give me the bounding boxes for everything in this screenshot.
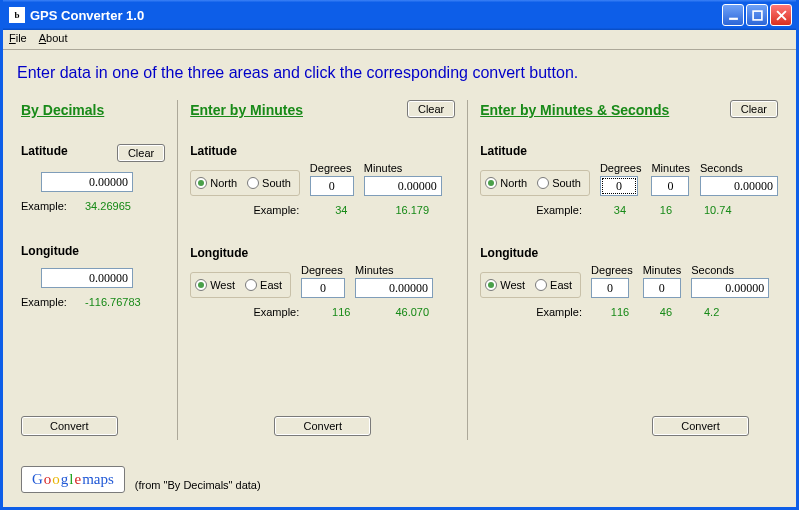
minutes-lat-north-radio[interactable]: North xyxy=(195,177,237,189)
seconds-head: Seconds xyxy=(691,264,734,276)
minutes-lat-min-input[interactable] xyxy=(364,176,442,196)
minutes-lat-ex-deg: 34 xyxy=(319,204,363,216)
minutes-lon-west-radio[interactable]: West xyxy=(195,279,235,291)
example-label: Example: xyxy=(536,204,582,216)
minutes-head: Minutes xyxy=(355,264,394,276)
window-title: GPS Converter 1.0 xyxy=(30,8,144,23)
title-bar: b GPS Converter 1.0 xyxy=(3,0,796,30)
decimals-lon-example: -116.76783 xyxy=(85,296,141,308)
svg-rect-0 xyxy=(729,17,738,19)
minutes-lon-min-input[interactable] xyxy=(355,278,433,298)
minsec-title: Enter by Minutes & Seconds xyxy=(480,100,669,118)
minutes-lon-ex-min: 46.070 xyxy=(371,306,453,318)
decimals-lat-input[interactable] xyxy=(41,172,133,192)
minutes-lon-deg-input[interactable] xyxy=(301,278,345,298)
google-maps-button[interactable]: G o o g l e maps xyxy=(21,466,125,493)
minutes-head: Minutes xyxy=(364,162,403,174)
section-decimals: By Decimals Latitude Clear Example: 34.2… xyxy=(13,100,173,440)
maximize-icon xyxy=(752,10,763,21)
menu-bar: File About xyxy=(3,30,796,50)
minsec-lat-min-input[interactable] xyxy=(651,176,689,196)
example-label: Example: xyxy=(21,296,73,308)
menu-about[interactable]: About xyxy=(39,32,68,49)
svg-rect-1 xyxy=(753,11,762,20)
minsec-lon-deg-input[interactable] xyxy=(591,278,629,298)
example-label: Example: xyxy=(21,200,73,212)
decimals-lat-example: 34.26965 xyxy=(85,200,131,212)
close-button[interactable] xyxy=(770,4,792,26)
minsec-lon-radio-group: West East xyxy=(480,272,581,298)
minsec-lat-south-radio[interactable]: South xyxy=(537,177,581,189)
content-area: Enter data in one of the three areas and… xyxy=(3,50,796,450)
divider xyxy=(177,100,178,440)
minutes-lon-label: Longitude xyxy=(190,246,455,260)
minsec-lon-ex-sec: 4.2 xyxy=(704,306,776,318)
decimals-title: By Decimals xyxy=(21,100,104,118)
footer-note: (from "By Decimals" data) xyxy=(135,479,261,493)
minutes-clear-button[interactable]: Clear xyxy=(407,100,455,118)
minutes-title: Enter by Minutes xyxy=(190,100,303,118)
app-icon: b xyxy=(9,7,25,23)
seconds-head: Seconds xyxy=(700,162,743,174)
minsec-lon-east-radio[interactable]: East xyxy=(535,279,572,291)
minsec-lon-label: Longitude xyxy=(480,246,778,260)
minsec-convert-button[interactable]: Convert xyxy=(652,416,749,436)
minsec-lon-ex-deg: 116 xyxy=(600,306,640,318)
app-window: b GPS Converter 1.0 File About Enter dat… xyxy=(0,0,799,510)
instruction-text: Enter data in one of the three areas and… xyxy=(13,58,786,100)
section-minutes: Enter by Minutes Clear Latitude North So… xyxy=(182,100,463,440)
minsec-clear-button[interactable]: Clear xyxy=(730,100,778,118)
minsec-lat-ex-deg: 34 xyxy=(600,204,640,216)
minutes-lat-label: Latitude xyxy=(190,144,455,158)
minsec-lat-label: Latitude xyxy=(480,144,778,158)
example-label: Example: xyxy=(536,306,582,318)
minutes-convert-button[interactable]: Convert xyxy=(274,416,371,436)
minsec-lon-ex-min: 46 xyxy=(646,306,686,318)
close-icon xyxy=(776,10,787,21)
minutes-lon-ex-deg: 116 xyxy=(319,306,363,318)
minsec-lat-sec-input[interactable] xyxy=(700,176,778,196)
minsec-lon-sec-input[interactable] xyxy=(691,278,769,298)
decimals-lon-input[interactable] xyxy=(41,268,133,288)
section-minsec: Enter by Minutes & Seconds Clear Latitud… xyxy=(472,100,786,440)
divider xyxy=(467,100,468,440)
minsec-lat-radio-group: North South xyxy=(480,170,590,196)
minsec-lat-ex-sec: 10.74 xyxy=(704,204,776,216)
example-label: Example: xyxy=(253,306,299,318)
example-label: Example: xyxy=(253,204,299,216)
decimals-clear-button[interactable]: Clear xyxy=(117,144,165,162)
minsec-lat-ex-min: 16 xyxy=(646,204,686,216)
footer: G o o g l e maps (from "By Decimals" dat… xyxy=(21,466,261,493)
minsec-lon-min-input[interactable] xyxy=(643,278,681,298)
degrees-head: Degrees xyxy=(591,264,633,276)
menu-file[interactable]: File xyxy=(9,32,27,49)
degrees-head: Degrees xyxy=(600,162,642,174)
minutes-lat-ex-min: 16.179 xyxy=(371,204,453,216)
degrees-head: Degrees xyxy=(310,162,352,174)
minimize-icon xyxy=(728,10,739,21)
minutes-lat-deg-input[interactable] xyxy=(310,176,354,196)
minsec-lat-north-radio[interactable]: North xyxy=(485,177,527,189)
minsec-lon-west-radio[interactable]: West xyxy=(485,279,525,291)
minutes-lon-radio-group: West East xyxy=(190,272,291,298)
minsec-lat-deg-input[interactable] xyxy=(600,176,638,196)
minutes-lat-radio-group: North South xyxy=(190,170,300,196)
minutes-head: Minutes xyxy=(651,162,690,174)
decimals-lon-label: Longitude xyxy=(21,244,165,258)
minimize-button[interactable] xyxy=(722,4,744,26)
decimals-lat-label: Latitude xyxy=(21,144,68,158)
minutes-lat-south-radio[interactable]: South xyxy=(247,177,291,189)
maximize-button[interactable] xyxy=(746,4,768,26)
degrees-head: Degrees xyxy=(301,264,343,276)
minutes-lon-east-radio[interactable]: East xyxy=(245,279,282,291)
minutes-head: Minutes xyxy=(643,264,682,276)
columns: By Decimals Latitude Clear Example: 34.2… xyxy=(13,100,786,440)
decimals-convert-button[interactable]: Convert xyxy=(21,416,118,436)
